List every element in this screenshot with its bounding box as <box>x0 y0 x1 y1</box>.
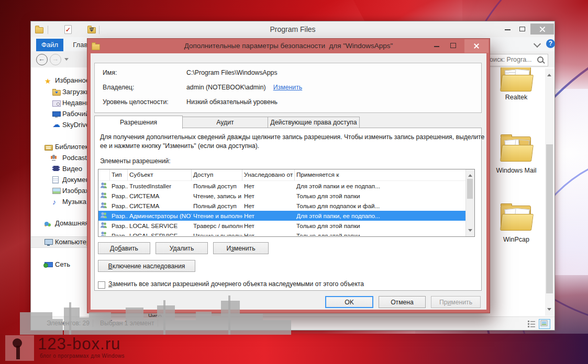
dialog-title: Дополнительные параметры безопасности дл… <box>87 42 490 50</box>
folder-icon <box>500 67 533 93</box>
ribbon-collapse-icon[interactable] <box>534 40 541 48</box>
scroll-down-icon[interactable] <box>547 308 551 313</box>
permissions-list: Тип Субъект Доступ Унаследовано от Приме… <box>98 169 475 237</box>
header-applies-to[interactable]: Применяется к <box>295 169 474 180</box>
dialog-close-button[interactable] <box>464 39 489 53</box>
status-selection: Выбран 1 элемент <box>100 320 154 327</box>
users-icon <box>98 202 110 210</box>
recent-places-icon <box>52 100 61 107</box>
maximize-button[interactable] <box>519 27 525 31</box>
desktop-icon <box>52 111 61 117</box>
header-inherited-from[interactable]: Унаследовано от <box>242 169 295 180</box>
wallpaper-bottom-band <box>0 334 588 364</box>
tab-audit[interactable]: Аудит <box>182 117 269 129</box>
network-icon <box>45 262 53 267</box>
add-button[interactable]: Добавить <box>98 242 150 254</box>
view-thumbnails-toggle[interactable] <box>539 319 550 329</box>
integrity-label: Уровень целостности: <box>103 98 169 106</box>
header-principal[interactable]: Субъект <box>128 169 192 180</box>
history-dropdown-icon[interactable] <box>64 58 69 63</box>
status-bar: Элементов: 29 Выбран 1 элемент <box>31 316 554 330</box>
search-input[interactable]: Поиск: Progra... <box>481 54 548 66</box>
change-owner-link[interactable]: Изменить <box>273 84 302 91</box>
scrollbar-thumb[interactable] <box>546 144 553 293</box>
header-access[interactable]: Доступ <box>192 169 242 180</box>
tab-effective-access[interactable]: Действующие права доступа <box>268 117 360 129</box>
permission-row-clipped[interactable]: Разр... LOCAL SERVICE Чтение и выполнени… <box>98 231 474 236</box>
header-icon-column[interactable] <box>98 169 110 180</box>
replace-child-permissions-label: Заменить все записи разрешений дочернего… <box>108 280 364 288</box>
folder-icon <box>500 135 533 163</box>
podcast-mic-icon <box>52 155 55 159</box>
permission-row[interactable]: Разр... TrustedInstaller Полный доступ Н… <box>98 181 474 191</box>
remove-button[interactable]: Удалить <box>156 242 208 254</box>
scrollbar-thumb[interactable] <box>467 179 473 199</box>
owner-value: admin (NOTEBOOK\admin)Изменить <box>186 84 302 91</box>
tab-file[interactable]: Файл <box>36 39 63 51</box>
dialog-titlebar: Дополнительные параметры безопасности дл… <box>87 39 490 53</box>
tab-permissions[interactable]: Разрешения <box>94 116 183 129</box>
name-label: Имя: <box>103 69 117 76</box>
music-note-icon <box>52 197 60 203</box>
users-icon <box>98 231 110 236</box>
apply-button[interactable]: Применить <box>431 296 481 308</box>
users-icon <box>98 212 110 220</box>
help-icon[interactable] <box>546 39 555 48</box>
favorites-star-icon <box>45 76 52 82</box>
name-value: C:\Program Files\WindowsApps <box>186 69 278 76</box>
dialog-body: Имя: C:\Program Files\WindowsApps Владел… <box>91 53 486 310</box>
downloads-folder-icon <box>52 90 61 96</box>
permission-row[interactable]: Разр... СИСТЕМА Чтение, запись и вып... … <box>98 191 474 201</box>
pictures-icon <box>52 188 61 194</box>
explorer-titlebar: Program Files <box>31 21 554 37</box>
window-title: Program Files <box>31 25 554 33</box>
list-scrollbar[interactable] <box>465 169 474 236</box>
homegroup-icon <box>45 222 49 226</box>
view-details-toggle[interactable] <box>526 319 537 328</box>
scroll-up-icon[interactable] <box>547 72 551 76</box>
users-icon <box>98 222 110 230</box>
computer-icon <box>45 239 53 245</box>
ok-button[interactable]: OK <box>325 296 373 308</box>
owner-row: Владелец: admin (NOTEBOOK\admin)Изменить <box>103 84 134 91</box>
list-header: Тип Субъект Доступ Унаследовано от Приме… <box>98 169 474 181</box>
skydrive-cloud-icon <box>52 119 60 126</box>
users-icon <box>98 192 110 200</box>
enable-inheritance-button[interactable]: Включение наследования <box>98 260 195 272</box>
permissions-tab-panel: Для получения дополнительных сведений дв… <box>94 128 482 291</box>
integrity-value: Низкий обязательный уровень <box>186 98 278 106</box>
header-type[interactable]: Тип <box>110 169 128 180</box>
forward-button[interactable] <box>50 54 61 65</box>
edit-button[interactable]: Изменить <box>213 242 269 254</box>
owner-label: Владелец: <box>103 84 134 91</box>
permission-row-selected[interactable]: Разр... Администраторы (NOTEBO... Чтение… <box>98 211 474 221</box>
libraries-icon <box>45 145 53 151</box>
status-separator <box>93 320 93 327</box>
description-line2: ее и нажмите кнопку "Изменить" (если она… <box>100 142 259 150</box>
status-separator <box>158 320 158 327</box>
clipped-folder-label: Чиро <box>148 313 162 317</box>
scroll-up-icon[interactable] <box>468 172 472 177</box>
permission-row[interactable]: Разр... СИСТЕМА Полный доступ Нет Только… <box>98 201 474 211</box>
scroll-down-icon[interactable] <box>468 229 472 234</box>
status-items-count: Элементов: 29 <box>47 320 90 327</box>
cancel-button[interactable]: Отмена <box>379 296 426 308</box>
close-button[interactable] <box>530 24 554 35</box>
video-film-icon <box>52 166 60 171</box>
search-icon <box>537 56 543 63</box>
dialog-minimize-button[interactable] <box>434 46 439 47</box>
name-row: Имя: C:\Program Files\WindowsApps <box>103 69 117 76</box>
object-info-panel: Имя: C:\Program Files\WindowsApps Владел… <box>94 63 482 113</box>
dialog-maximize-button[interactable] <box>450 43 456 48</box>
replace-child-permissions-checkbox[interactable] <box>98 281 105 289</box>
folder-icon <box>500 204 533 232</box>
description-line1: Для получения дополнительных сведений дв… <box>100 133 484 141</box>
search-text: Поиск: Progra... <box>485 56 535 63</box>
file-pane-scrollbar[interactable] <box>545 69 554 316</box>
document-icon <box>52 176 59 184</box>
minimize-button[interactable] <box>505 29 511 30</box>
permission-row[interactable]: Разр... LOCAL SERVICE Траверс / выполнен… <box>98 221 474 231</box>
desktop: Program Files Файл Главная Поиск: Progra… <box>0 0 588 364</box>
back-button[interactable] <box>36 54 48 65</box>
integrity-row: Уровень целостности: Низкий обязательный… <box>103 98 169 106</box>
